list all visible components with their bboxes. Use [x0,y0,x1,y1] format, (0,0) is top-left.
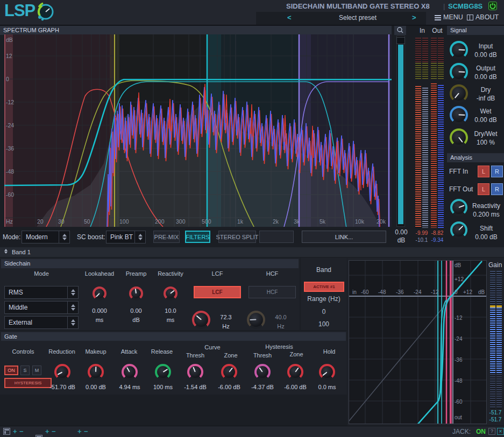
text-zoom-out-button[interactable]: − [84,427,88,435]
panel-zoom-in-button[interactable]: + [45,427,49,435]
hyst-thresh-value: -4.37 dB [251,384,274,390]
band-expand-icon[interactable] [4,249,8,254]
help-button[interactable]: ? [488,428,495,435]
attack-value: 4.94 ms [119,384,140,390]
filters-button[interactable]: FILTERS [185,231,210,243]
gate-on-button[interactable]: ON [4,366,18,375]
sc-reactivity-value: 10.0 [165,307,176,314]
preset-prev-button[interactable]: < [287,13,292,22]
dry-wet-knob[interactable] [450,128,468,147]
analysis-header: Analysis [447,153,504,162]
mode-select[interactable]: Modern [22,231,70,243]
hcf-button[interactable]: HCF [249,286,296,298]
hcf-knob[interactable] [247,311,265,329]
curve-y-unit: dB [455,262,462,268]
output-gain-fader[interactable] [396,35,405,227]
graph-zoom-button[interactable] [394,26,406,35]
curve-y-tick: -48 [455,378,463,384]
output-label: Output [469,65,502,72]
lcf-button[interactable]: LCF [194,286,241,298]
menu-button[interactable]: MENU [443,13,463,21]
about-button[interactable]: ABOUT [475,13,499,21]
band-active-button[interactable]: ACTIVE #1 [304,282,344,292]
curve-y-tick: -12 [455,315,463,321]
range-max[interactable]: 100 [318,320,329,328]
sc-mode-select[interactable]: RMS [4,286,79,299]
shift-value: 0.00 dB [469,233,503,241]
fft-out-left-button[interactable]: L [478,183,489,195]
fader-handle[interactable] [396,37,405,44]
col-makeup: Makeup [85,348,106,355]
fader-value: 0.00 [388,228,414,236]
reactivity-knob[interactable] [450,199,467,216]
input-label: Input [469,42,502,50]
reactivity-label: Reactivity [469,202,503,210]
dry-label: Dry [469,86,502,94]
col-preamp: Preamp [126,270,147,277]
wet-value: 0.00 dB [469,116,502,124]
preamp-knob[interactable] [129,286,143,300]
add-graph-window-icon[interactable] [3,428,10,435]
gate-curve-graph[interactable]: in -60 -48 -36 -24 -12 0 +12 dB dB +12 -… [349,260,487,424]
hyst-zone-knob[interactable] [287,364,303,380]
col-curve-zone: Zone [224,352,237,359]
spectrum-graph[interactable]: dB 12 0 -12 -24 -36 -48 -60 Hz 20 30 50 … [4,34,392,227]
y-tick: -12 [6,99,14,105]
out-meter-value-r: -9.34 [429,237,446,243]
spectrum-plot: dB 12 0 -12 -24 -36 -48 -60 Hz 20 30 50 … [4,34,392,227]
gain-meter-left [490,271,495,409]
stereo-split-button[interactable]: STEREO SPLIT [218,231,256,243]
x-tick: 2k [273,218,279,225]
hysteresis-button[interactable]: HYSTERESIS [4,378,52,388]
input-knob[interactable] [450,41,468,59]
dry-knob[interactable] [450,84,468,103]
panel-zoom-out-button[interactable]: − [52,427,56,435]
fft-in-left-button[interactable]: L [478,166,489,177]
text-zoom-in-button[interactable]: + [77,427,82,435]
fft-out-right-button[interactable]: R [491,183,503,195]
sc-type-select[interactable]: External [4,316,79,329]
plugin-window: LSP SIDECHAIN MULTIBAND GATE STEREO X8 |… [0,0,504,437]
resize-button[interactable]: × [497,428,504,435]
lookahead-knob[interactable] [93,286,107,300]
curve-thresh-knob[interactable] [187,364,203,380]
sc-type-value: External [5,319,67,326]
makeup-knob[interactable] [88,364,104,380]
sc-boost-select[interactable]: Pink BT [106,231,146,243]
release-knob[interactable] [155,364,171,380]
solo-button[interactable]: S [20,366,30,375]
hyst-thresh-knob[interactable] [254,364,271,380]
status-bar: + − + − + − JACK: ON ? × [0,426,504,437]
power-button[interactable] [488,2,497,10]
lookahead-value: 0.000 [92,307,107,314]
preset-next-button[interactable]: > [412,13,416,22]
preset-select[interactable]: Select preset [323,14,393,22]
zoom-in-button[interactable]: + [13,427,17,435]
lookahead-unit: ms [96,317,104,323]
lcf-knob[interactable] [192,311,210,329]
spinner-arrows-icon [59,231,69,243]
fft-in-right-button[interactable]: R [491,166,503,177]
menu-icon[interactable] [435,15,441,20]
output-knob[interactable] [450,63,468,81]
link-button[interactable]: LINK... [302,231,386,243]
shift-knob[interactable] [450,221,467,239]
about-icon[interactable] [467,15,473,20]
attack-knob[interactable] [122,364,138,380]
hold-knob[interactable] [319,364,335,380]
add-panel-window-icon[interactable] [36,435,42,437]
range-min[interactable]: 0 [322,308,326,316]
sc-reactivity-knob[interactable] [164,286,178,300]
wet-knob[interactable] [450,106,468,124]
hyst-zone-value: -6.00 dB [284,384,307,390]
mute-button[interactable]: M [32,366,41,375]
band-selector-bar[interactable]: Band 1 [0,247,504,257]
reduction-knob[interactable] [54,364,70,380]
curve-zone-knob[interactable] [221,364,237,380]
zoom-out-button[interactable]: − [19,427,24,435]
lsp-knob-logo-icon [36,2,55,22]
y-tick: -36 [6,145,14,152]
x-tick: 5k [320,218,326,225]
pre-mix-button[interactable]: PRE-MIX [153,231,180,243]
sc-source-select[interactable]: Middle [4,301,79,314]
